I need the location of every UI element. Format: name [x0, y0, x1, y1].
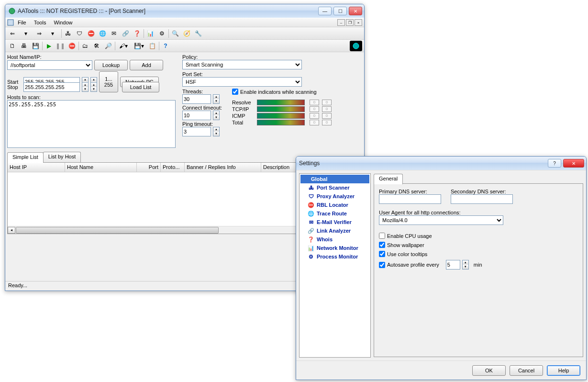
range-button[interactable]: 1... 255 [99, 71, 118, 92]
ctimeout-input[interactable] [182, 111, 211, 120]
ptimeout-spinner[interactable]: ▲▼ [213, 127, 220, 136]
tree-node-proxy-analyzer[interactable]: 🛡Proxy Analyzer [300, 192, 369, 201]
tree-node-network-monitor[interactable]: 📊Network Monitor [300, 244, 369, 252]
portset-combo[interactable]: HSF [182, 77, 302, 87]
copy-icon[interactable]: 📋 [147, 41, 157, 51]
mdi-min-button[interactable]: – [337, 19, 345, 26]
brush-dropdown-icon[interactable]: 🖌▾ [116, 41, 131, 51]
close-button[interactable]: ✕ [349, 7, 362, 15]
autosave-spinner[interactable]: ▲▼ [462, 260, 469, 270]
tree-node-label: Network Monitor [317, 245, 358, 251]
ctimeout-spinner[interactable]: ▲▼ [213, 111, 220, 120]
tool-email-icon[interactable]: ✉ [109, 28, 119, 39]
mdi-restore-button[interactable]: ❐ [346, 19, 354, 26]
tab-general[interactable]: General [374, 174, 403, 184]
tree-node-e-mail-verifier[interactable]: ✉E-Mail Verifier [300, 218, 369, 226]
disk-dropdown-icon[interactable]: 💾▾ [132, 41, 146, 51]
secondary-dns-input[interactable] [451, 194, 513, 204]
tree-node-port-scanner[interactable]: 🖧Port Scanner [300, 183, 369, 192]
svg-point-0 [9, 8, 15, 14]
autosave-input[interactable] [446, 260, 460, 270]
tooltips-checkbox[interactable]: Use color tooltips [379, 251, 427, 257]
tool-misc2-icon[interactable]: 🧭 [181, 28, 192, 39]
tree-node-label: Global [311, 176, 327, 182]
tool-misc1-icon[interactable]: 🔍 [170, 28, 180, 39]
stop-icon[interactable]: ⛔ [67, 41, 77, 51]
find-icon[interactable]: 🔎 [103, 41, 113, 51]
ptimeout-label: Ping timeout: [182, 121, 230, 127]
settings-close-button[interactable]: ✕ [563, 159, 584, 168]
tree-node-trace-route[interactable]: 🌐Trace Route [300, 209, 369, 218]
cpu-checkbox[interactable]: Enable CPU usage [379, 233, 432, 239]
new-icon[interactable]: 🗋 [7, 41, 18, 51]
pause-icon[interactable]: ❚❚ [55, 41, 66, 51]
threads-spinner[interactable]: ▲▼ [213, 94, 220, 104]
hosts-textarea[interactable] [7, 100, 176, 148]
primary-dns-input[interactable] [379, 194, 441, 204]
col-proto[interactable]: Proto... [161, 163, 185, 172]
stop-ip-spinner[interactable]: ▲▼ [82, 82, 89, 92]
titlebar[interactable]: AATools ::: NOT REGISTERED ::: - [Port S… [5, 4, 364, 18]
maximize-button[interactable]: ☐ [333, 7, 347, 15]
menu-window[interactable]: Window [50, 19, 76, 26]
tool-procmon-icon[interactable]: ⚙ [156, 28, 167, 39]
help-icon[interactable]: ? [160, 41, 171, 51]
enable-indicators-checkbox[interactable]: Enable indicators while scanning [232, 89, 317, 95]
settings-help-button[interactable]: ? [548, 159, 561, 168]
menu-tools[interactable]: Tools [30, 19, 50, 26]
col-hostname[interactable]: Host Name [65, 163, 137, 172]
autosave-checkbox[interactable]: Autosave profile every [379, 262, 439, 268]
stop-ip-input[interactable] [23, 82, 80, 92]
print-icon[interactable]: 🖶 [19, 41, 29, 51]
tab-simple-list[interactable]: Simple List [7, 152, 44, 163]
forward-dropdown-icon[interactable]: ▾ [45, 28, 60, 39]
help-button[interactable]: Help [547, 365, 580, 376]
add-button[interactable]: Add [130, 60, 163, 70]
lookup-button[interactable]: Lookup [94, 60, 128, 70]
back-dropdown-icon[interactable]: ▾ [19, 28, 33, 39]
tree-node-label: E-Mail Verifier [317, 219, 352, 225]
tree-node-global[interactable]: Global [300, 175, 369, 183]
tree-node-link-analyzer[interactable]: 🔗Link Analyzer [300, 226, 369, 235]
tool-whois-icon[interactable]: ❓ [132, 28, 142, 39]
tree-node-whois[interactable]: ❓Whois [300, 235, 369, 244]
tree-node-rbl-locator[interactable]: ⛔RBL Locator [300, 201, 369, 209]
play-icon[interactable]: ▶ [44, 41, 54, 51]
forward-icon[interactable]: ⇒ [34, 28, 44, 39]
tool-settings-icon[interactable]: 🔧 [193, 28, 203, 39]
useragent-combo[interactable]: Mozilla/4.0 [379, 215, 503, 225]
mdi-close-button[interactable]: × [355, 19, 362, 26]
load-list-button[interactable]: Load List [122, 82, 159, 92]
settings-titlebar[interactable]: Settings ? ✕ [296, 157, 586, 170]
tool-link-icon[interactable]: 🔗 [120, 28, 131, 39]
stop-ip-spinner-2[interactable]: ▲▼ [90, 82, 97, 92]
tool-netmon-icon[interactable]: 📊 [145, 28, 155, 39]
minimize-button[interactable]: — [318, 7, 332, 15]
menu-file[interactable]: File [14, 19, 30, 26]
scroll-thumb[interactable] [16, 227, 219, 234]
tree-node-process-monitor[interactable]: ⚙Process Monitor [300, 252, 369, 261]
col-banner[interactable]: Banner / Replies Info [185, 163, 261, 172]
settings-tree[interactable]: Global🖧Port Scanner🛡Proxy Analyzer⛔RBL L… [299, 173, 371, 358]
policy-combo[interactable]: Smart Scanning [182, 60, 302, 69]
ok-button[interactable]: OK [472, 365, 506, 376]
scroll-left-icon[interactable]: ◂ [8, 227, 15, 234]
threads-input[interactable] [182, 94, 211, 104]
toolbar-actions: 🗋 🖶 💾 ▶ ❚❚ ⛔ 🗂 🛠 🔎 🖌▾ 💾▾ 📋 ? [5, 40, 364, 52]
col-hostip[interactable]: Host IP [8, 163, 65, 172]
back-icon[interactable]: ⇐ [7, 28, 18, 39]
tool-trace-icon[interactable]: 🌐 [97, 28, 108, 39]
tab-list-by-host[interactable]: List by Host [43, 152, 81, 162]
save-icon[interactable]: 💾 [30, 41, 41, 51]
host-combo[interactable]: //softportal [7, 60, 92, 70]
tool-rbl-icon[interactable]: ⛔ [86, 28, 96, 39]
col-port[interactable]: Port [137, 163, 161, 172]
tool-proxy-icon[interactable]: 🛡 [74, 28, 85, 39]
tree-icon[interactable]: 🗂 [80, 41, 90, 51]
options-icon[interactable]: 🛠 [91, 41, 102, 51]
ptimeout-input[interactable] [182, 127, 211, 136]
cancel-button[interactable]: Cancel [510, 365, 543, 376]
wallpaper-checkbox[interactable]: Show wallpaper [379, 242, 424, 248]
svg-point-2 [353, 43, 359, 49]
tool-port-scanner-icon[interactable]: 🖧 [63, 28, 73, 39]
